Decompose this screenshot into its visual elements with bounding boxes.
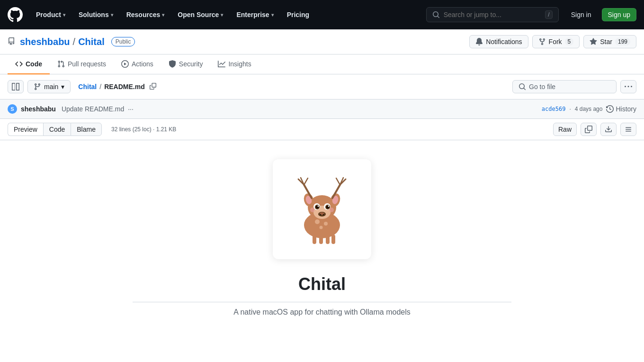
star-icon — [590, 38, 597, 45]
slash-badge: / — [545, 10, 552, 19]
repo-tabs: Code Pull requests Actions Security Insi… — [0, 54, 644, 74]
resources-chevron: ▾ — [162, 12, 164, 18]
readme-title: Chital — [8, 274, 636, 294]
search-input[interactable] — [444, 11, 542, 18]
svg-rect-33 — [319, 235, 323, 244]
repo-header: sheshbabu / Chital Public Notifications … — [0, 29, 644, 54]
repo-owner-link[interactable]: sheshbabu — [20, 36, 70, 47]
repo-icon — [8, 36, 15, 47]
tab-security[interactable]: Security — [161, 54, 211, 74]
tab-actions[interactable]: Actions — [114, 54, 161, 74]
left-file-section: main ▾ Chital / README.md — [8, 80, 158, 93]
actions-icon — [121, 60, 129, 68]
file-nav-right: Go to file — [512, 80, 636, 93]
file-actions: Raw — [553, 123, 636, 136]
svg-line-22 — [304, 178, 308, 185]
github-logo[interactable] — [8, 7, 23, 22]
fork-icon — [538, 38, 546, 45]
svg-line-26 — [336, 178, 340, 185]
code-icon — [15, 60, 23, 68]
nav-items: Product ▾ Solutions ▾ Resources ▾ Open S… — [30, 7, 422, 22]
commit-message: Update README.md — [62, 105, 124, 113]
download-button[interactable] — [600, 123, 617, 136]
svg-point-30 — [324, 222, 328, 226]
sidebar-toggle-button[interactable] — [8, 80, 24, 93]
preview-tab[interactable]: Preview — [8, 123, 43, 136]
file-content: Chital A native macOS app for chatting w… — [0, 140, 644, 335]
copy-icon — [150, 83, 156, 90]
commit-expand-button[interactable]: ··· — [128, 105, 134, 113]
list-icon — [625, 126, 632, 133]
pricing-nav-item[interactable]: Pricing — [281, 7, 315, 22]
svg-rect-34 — [326, 235, 330, 244]
file-toolbar: Preview Code Blame 32 lines (25 loc) · 1… — [0, 119, 644, 140]
solutions-nav-item[interactable]: Solutions ▾ — [73, 7, 119, 22]
svg-point-13 — [318, 206, 319, 207]
commit-time: 4 days ago — [575, 106, 603, 112]
bell-icon — [475, 38, 483, 45]
breadcrumb-repo-link[interactable]: Chital — [78, 83, 97, 90]
svg-point-27 — [310, 208, 315, 212]
enterprise-nav-item[interactable]: Enterprise ▾ — [231, 7, 279, 22]
file-meta: 32 lines (25 loc) · 1.21 KB — [111, 126, 176, 133]
svg-point-17 — [320, 214, 322, 216]
readme-subtitle: A native macOS app for chatting with Oll… — [8, 308, 636, 317]
copy-raw-button[interactable] — [581, 123, 597, 136]
branch-selector[interactable]: main ▾ — [27, 80, 71, 93]
branch-icon — [34, 83, 41, 90]
more-options-button[interactable] — [620, 80, 636, 93]
graph-icon — [218, 60, 225, 68]
notifications-button[interactable]: Notifications — [469, 35, 528, 48]
repo-actions: Notifications Fork 5 Star 199 — [469, 35, 636, 48]
download-icon — [605, 126, 612, 133]
list-view-button[interactable] — [620, 123, 636, 136]
search-file-icon — [519, 83, 526, 90]
tab-code[interactable]: Code — [8, 54, 50, 74]
solutions-chevron: ▾ — [111, 12, 113, 18]
signup-button[interactable]: Sign up — [602, 8, 636, 21]
commit-hash-link[interactable]: acde569 — [542, 106, 566, 112]
repo-breadcrumb: sheshbabu / Chital Public — [8, 36, 135, 47]
product-nav-item[interactable]: Product ▾ — [30, 7, 71, 22]
repo-name-link[interactable]: Chital — [78, 36, 105, 47]
star-button[interactable]: Star 199 — [583, 35, 636, 48]
sidebar-icon — [12, 83, 19, 90]
signin-button[interactable]: Sign in — [566, 9, 596, 21]
file-breadcrumb: Chital / README.md — [78, 82, 158, 92]
copy-path-button[interactable] — [148, 82, 158, 92]
view-tabs: Preview Code Blame — [8, 123, 102, 136]
search-bar[interactable]: / — [426, 7, 559, 22]
go-to-file-input[interactable]: Go to file — [512, 80, 617, 93]
commit-meta: acde569 · 4 days ago History — [542, 105, 636, 113]
blame-tab[interactable]: Blame — [71, 123, 102, 136]
commit-row: S sheshbabu Update README.md ··· acde569… — [0, 100, 644, 119]
history-link[interactable]: History — [606, 105, 636, 113]
tab-insights[interactable]: Insights — [210, 54, 259, 74]
history-icon — [606, 105, 614, 113]
svg-rect-35 — [331, 235, 335, 244]
resources-nav-item[interactable]: Resources ▾ — [121, 7, 170, 22]
readme-divider — [133, 302, 511, 302]
commit-author[interactable]: sheshbabu — [21, 105, 56, 113]
svg-point-14 — [328, 206, 330, 207]
avatar: S — [8, 104, 17, 114]
fork-button[interactable]: Fork 5 — [532, 35, 580, 48]
deer-image — [284, 171, 360, 246]
breadcrumb-filename: README.md — [104, 83, 145, 90]
shield-icon — [169, 60, 176, 68]
tab-pull-requests[interactable]: Pull requests — [50, 54, 114, 74]
svg-point-29 — [315, 219, 320, 224]
raw-button[interactable]: Raw — [553, 123, 577, 136]
commit-info: S sheshbabu Update README.md ··· — [8, 104, 134, 114]
svg-point-31 — [320, 226, 323, 229]
search-icon — [432, 11, 440, 18]
product-chevron: ▾ — [63, 12, 65, 18]
view-tabs-section: Preview Code Blame 32 lines (25 loc) · 1… — [8, 123, 176, 136]
svg-point-18 — [323, 214, 324, 216]
code-tab[interactable]: Code — [43, 123, 71, 136]
readme-logo-container — [273, 159, 371, 259]
svg-rect-32 — [313, 235, 316, 244]
copy-raw-icon — [585, 126, 592, 133]
top-navigation: Product ▾ Solutions ▾ Resources ▾ Open S… — [0, 0, 644, 29]
open-source-nav-item[interactable]: Open Source ▾ — [172, 7, 229, 22]
